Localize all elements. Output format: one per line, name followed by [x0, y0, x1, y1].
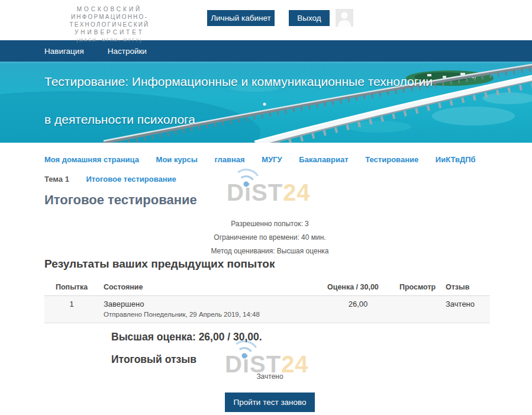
university-logo[interactable]: МОСКОВСКИЙ ИНФОРМАЦИОННО-ТЕХНОЛОГИЧЕСКИЙ… [36, 5, 183, 43]
breadcrumb-item-final-test[interactable]: Итоговое тестирование [86, 169, 176, 189]
final-feedback-heading: Итоговый отзыв [111, 353, 196, 366]
breadcrumb-item-topic: Тема 1 [44, 169, 69, 189]
column-header-feedback: Отзыв [441, 280, 490, 296]
logout-button[interactable]: Выход [289, 10, 330, 26]
user-avatar-icon [336, 9, 353, 27]
column-header-grade: Оценка / 30,00 [323, 280, 394, 296]
nav-item-navigation[interactable]: Навигация [44, 47, 84, 56]
quiz-attempts-allowed: Разрешенно попыток: 3 [44, 217, 495, 231]
column-header-state: Состояние [99, 280, 323, 296]
column-header-review: Просмотр [394, 280, 441, 296]
quiz-title: Итоговое тестирование [44, 192, 197, 208]
logo-line: ИНФОРМАЦИОННО-ТЕХНОЛОГИЧЕСКИЙ [36, 13, 183, 28]
nav-item-settings[interactable]: Настройки [108, 47, 147, 56]
breadcrumb-item-course-code[interactable]: ИиКТвДПб [436, 150, 476, 169]
results-heading: Результаты ваших предыдущих попыток [44, 258, 275, 271]
reattempt-button[interactable]: Пройти тест заново [225, 393, 315, 412]
attempt-feedback-cell: Зачтено [441, 296, 490, 323]
column-header-attempt: Попытка [44, 280, 99, 296]
logo-subline: (МАСИ, МГЛИ, МУГУ) [36, 37, 183, 43]
breadcrumb-item-my-courses[interactable]: Мои курсы [156, 150, 198, 169]
reattempt-button-container: Пройти тест заново [44, 393, 495, 412]
main-content: Моя домашняя страница Мои курсы главная … [0, 143, 532, 415]
attempt-number-cell: 1 [44, 296, 99, 323]
course-hero-banner: Тестирование: Информационные и коммуника… [0, 62, 532, 143]
attempts-table: Попытка Состояние Оценка / 30,00 Просмот… [44, 280, 490, 323]
breadcrumb-item-main[interactable]: главная [214, 150, 244, 169]
attempt-review-cell [394, 296, 441, 323]
attempt-row: 1 Завершено Отправлено Понедельник, 29 А… [44, 296, 490, 323]
breadcrumb: Моя домашняя страница Мои курсы главная … [44, 150, 518, 189]
breadcrumb-item-bachelor[interactable]: Бакалавриат [299, 150, 348, 169]
quiz-info: Разрешенно попыток: 3 Ограничение по вре… [44, 217, 495, 258]
breadcrumb-item-testing[interactable]: Тестирование [365, 150, 418, 169]
logo-line: МОСКОВСКИЙ [36, 5, 183, 13]
main-navbar: Навигация Настройки [0, 40, 532, 62]
page-header: МОСКОВСКИЙ ИНФОРМАЦИОННО-ТЕХНОЛОГИЧЕСКИЙ… [0, 0, 532, 40]
personal-cabinet-button[interactable]: Личный кабинет [207, 10, 275, 26]
best-grade-text: Высшая оценка: 26,00 / 30,00. [111, 331, 262, 343]
logo-line: УНИВЕРСИТЕТ [36, 28, 183, 36]
breadcrumb-item-home[interactable]: Моя домашняя страница [44, 150, 139, 169]
breadcrumb-item-mugu[interactable]: МУГУ [262, 150, 282, 169]
attempt-submitted-date: Отправлено Понедельник, 29 Апрель 2019, … [104, 310, 318, 319]
quiz-grading-method: Метод оценивания: Высшая оценка [44, 245, 495, 258]
course-title: Тестирование: Информационные и коммуника… [44, 63, 442, 139]
attempt-state-cell: Завершено Отправлено Понедельник, 29 Апр… [99, 296, 323, 323]
final-feedback-text: Зачтено [44, 372, 495, 381]
quiz-time-limit: Ограничение по времени: 40 мин. [44, 231, 495, 245]
attempts-table-header-row: Попытка Состояние Оценка / 30,00 Просмот… [44, 280, 490, 296]
attempt-state: Завершено [104, 300, 318, 308]
user-avatar[interactable] [336, 9, 353, 27]
attempt-grade-cell: 26,00 [323, 296, 394, 323]
